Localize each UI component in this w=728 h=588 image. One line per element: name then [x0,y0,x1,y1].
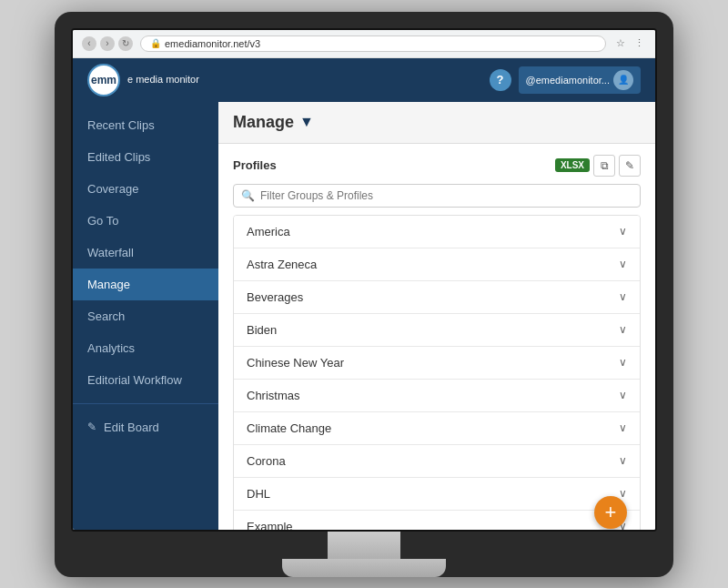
list-item[interactable]: Beverages ∨ [234,281,640,314]
search-icon: 🔍 [241,189,255,202]
list-item[interactable]: Climate Change ∨ [234,412,640,445]
sidebar-item-waterfall[interactable]: Waterfall [73,237,218,269]
profile-name: Climate Change [247,421,331,435]
profile-name: Chinese New Year [247,356,344,370]
sidebar-label-coverage: Coverage [87,182,138,196]
list-item[interactable]: Astra Zeneca ∨ [234,248,640,281]
content-area: Profiles XLSX ⧉ ✎ 🔍 America [218,144,655,530]
nav-buttons: ‹ › ↻ [82,36,133,51]
monitor: ‹ › ↻ 🔒 emediamonitor.net/v3 ☆ ⋮ emm e m… [55,12,673,577]
browser-bar: ‹ › ↻ 🔒 emediamonitor.net/v3 ☆ ⋮ [73,30,655,58]
list-item[interactable]: America ∨ [234,216,640,248]
main-header: Manage ▼ [218,102,655,144]
sidebar-item-analytics[interactable]: Analytics [73,332,218,364]
chevron-down-icon: ∨ [619,487,627,500]
logo-subtext-line: e media monitor [127,74,199,86]
logo-circle: emm [87,64,120,96]
sidebar-label-edit-board: Edit Board [104,421,159,434]
sidebar-item-editorial-workflow[interactable]: Editorial Workflow [73,364,218,396]
page-title-label: Manage [233,113,294,132]
logo-text: emm [91,74,116,86]
sidebar-label-edited-clips: Edited Clips [87,150,150,164]
edit-board-icon: ✎ [87,421,96,433]
sidebar-item-edited-clips[interactable]: Edited Clips [73,141,218,173]
chevron-down-icon: ∨ [619,421,627,434]
chevron-down-icon: ∨ [619,323,627,336]
monitor-neck [328,532,400,559]
user-label: @emediamonitor... [526,75,611,86]
settings-button[interactable]: ✎ [619,155,641,177]
sidebar-label-analytics: Analytics [87,341,135,355]
add-profile-button[interactable]: + [594,496,627,529]
sidebar: Recent Clips Edited Clips Coverage Go To… [73,102,218,530]
list-item[interactable]: Example ∨ [234,511,640,530]
chevron-down-icon: ∨ [619,356,627,369]
chevron-down-icon: ∨ [619,290,627,303]
profiles-label: Profiles [233,158,277,172]
xlsx-badge[interactable]: XLSX [555,158,590,172]
chevron-down-icon: ∨ [619,454,627,467]
refresh-button[interactable]: ↻ [118,36,133,51]
browser-actions: ☆ ⋮ [613,36,646,51]
sidebar-item-go-to[interactable]: Go To [73,205,218,237]
monitor-screen: ‹ › ↻ 🔒 emediamonitor.net/v3 ☆ ⋮ emm e m… [71,28,657,532]
profiles-list: America ∨ Astra Zeneca ∨ Beverages ∨ B [233,215,641,530]
profile-name: Biden [247,323,277,337]
star-icon: ☆ [613,36,628,51]
chevron-down-icon: ∨ [619,389,627,401]
sidebar-label-manage: Manage [87,278,130,291]
main-content: Manage ▼ Profiles XLSX ⧉ ✎ 🔍 [218,102,655,530]
sidebar-label-waterfall: Waterfall [87,246,134,259]
sidebar-label-go-to: Go To [87,214,118,228]
app-header: emm e media monitor ? @emediamonitor... … [73,58,655,102]
profile-name: DHL [247,487,270,501]
profile-name: Beverages [247,290,303,304]
user-avatar: 👤 [613,70,633,90]
profiles-header: Profiles XLSX ⧉ ✎ [233,155,641,177]
sidebar-label-recent-clips: Recent Clips [87,118,155,132]
list-item[interactable]: Corona ∨ [234,445,640,478]
address-bar[interactable]: 🔒 emediamonitor.net/v3 [140,35,606,52]
chevron-down-icon: ∨ [619,225,627,238]
sidebar-divider [73,403,218,404]
help-button[interactable]: ? [490,69,511,91]
search-box: 🔍 [233,184,641,208]
url-text: emediamonitor.net/v3 [165,38,260,49]
list-item[interactable]: Chinese New Year ∨ [234,347,640,380]
sidebar-item-edit-board[interactable]: ✎ Edit Board [73,411,218,443]
logo-area: emm e media monitor [87,64,199,96]
copy-button[interactable]: ⧉ [593,155,615,177]
profile-name: America [247,225,290,238]
page-title: Manage ▼ [233,113,314,132]
app-layout: Recent Clips Edited Clips Coverage Go To… [73,102,655,530]
sidebar-item-manage[interactable]: Manage [73,269,218,300]
menu-icon: ⋮ [632,36,646,51]
logo-subtext: e media monitor [127,74,199,86]
filter-input[interactable] [260,189,632,202]
sidebar-label-search: Search [87,309,125,323]
list-item[interactable]: Biden ∨ [234,314,640,347]
header-right: ? @emediamonitor... 👤 [490,66,642,94]
forward-button[interactable]: › [100,36,115,51]
profile-name: Astra Zeneca [247,258,317,271]
back-button[interactable]: ‹ [82,36,96,51]
list-item[interactable]: DHL ∨ [234,478,640,511]
profile-name: Corona [247,454,286,468]
lock-icon: 🔒 [150,38,161,48]
monitor-base [282,559,446,577]
sidebar-label-editorial-workflow: Editorial Workflow [87,373,182,387]
user-badge[interactable]: @emediamonitor... 👤 [519,66,642,94]
chevron-down-icon: ∨ [619,258,627,270]
profiles-actions: XLSX ⧉ ✎ [555,155,641,177]
sidebar-item-recent-clips[interactable]: Recent Clips [73,109,218,141]
sidebar-item-coverage[interactable]: Coverage [73,173,218,205]
list-item[interactable]: Christmas ∨ [234,380,640,412]
profile-name: Example [247,520,293,530]
sidebar-item-search[interactable]: Search [73,300,218,332]
filter-icon: ▼ [299,114,314,130]
profile-name: Christmas [247,389,300,402]
